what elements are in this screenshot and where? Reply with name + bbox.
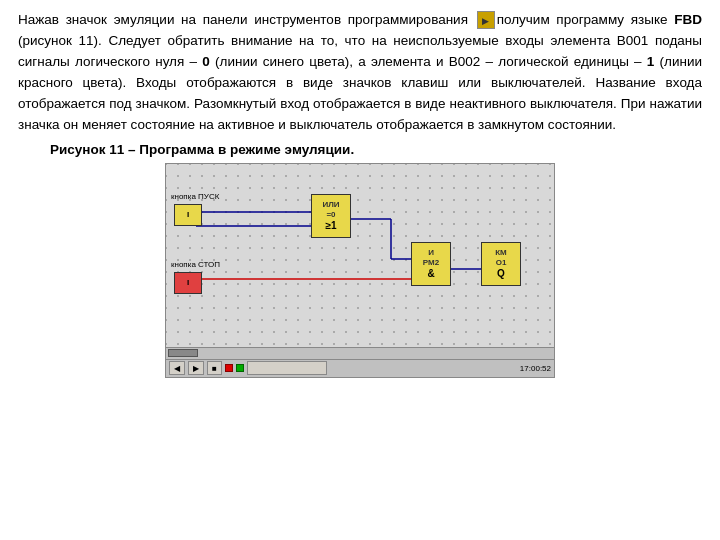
status-green-dot	[236, 364, 244, 372]
taskbar: ◀ ▶ ■ 17:00:52	[165, 360, 555, 378]
text-part-4: (линии синего цвета), а элемента и В002 …	[210, 54, 647, 69]
label-knopka-pusk: кнопка ПУСК	[171, 192, 219, 201]
text-part-2: получим программу языке	[497, 12, 675, 27]
taskbar-btn-1[interactable]: ◀	[169, 361, 185, 375]
km-block: КМ О1 Q	[481, 242, 521, 286]
km-code: О1	[496, 258, 507, 267]
switch-stop[interactable]: I	[174, 272, 202, 294]
km-symbol: Q	[497, 268, 505, 279]
or-symbol: ≥1	[325, 220, 336, 231]
zero-bold: 0	[202, 54, 210, 69]
fbd-diagram[interactable]: кнопка ПУСК I кнопка СТОП I ИЛИ =0 ≥1	[165, 163, 555, 348]
switch-pusk-label: I	[187, 210, 189, 219]
emulation-icon: ▶	[477, 11, 495, 29]
or-block: ИЛИ =0 ≥1	[311, 194, 351, 238]
status-red-dot	[225, 364, 233, 372]
text-part-1: Нажав значок эмуляции на панели инструме…	[18, 12, 475, 27]
diagram-scrollbar[interactable]	[165, 348, 555, 360]
or-title: ИЛИ	[322, 200, 339, 209]
and-title: И	[428, 248, 434, 257]
page-container: Нажав значок эмуляции на панели инструме…	[0, 0, 720, 540]
taskbar-btn-2[interactable]: ▶	[188, 361, 204, 375]
or-code: =0	[326, 210, 335, 219]
and-block: И РМ2 &	[411, 242, 451, 286]
and-symbol: &	[427, 268, 434, 279]
km-title: КМ	[495, 248, 507, 257]
main-text: Нажав значок эмуляции на панели инструме…	[18, 10, 702, 136]
taskbar-time: 17:00:52	[520, 364, 551, 373]
diagram-wrapper: кнопка ПУСК I кнопка СТОП I ИЛИ =0 ≥1	[18, 163, 702, 378]
label-knopka-stop: кнопка СТОП	[171, 260, 220, 269]
switch-pusk[interactable]: I	[174, 204, 202, 226]
taskbar-btn-3[interactable]: ■	[207, 361, 222, 375]
and-code: РМ2	[423, 258, 439, 267]
taskbar-input-field[interactable]	[247, 361, 327, 375]
diagram-outer: кнопка ПУСК I кнопка СТОП I ИЛИ =0 ≥1	[165, 163, 555, 378]
switch-stop-label: I	[187, 278, 189, 287]
fbd-label: FBD	[674, 12, 702, 27]
figure-caption: Рисунок 11 – Программа в режиме эмуляции…	[18, 142, 702, 157]
scrollbar-thumb[interactable]	[168, 349, 198, 357]
